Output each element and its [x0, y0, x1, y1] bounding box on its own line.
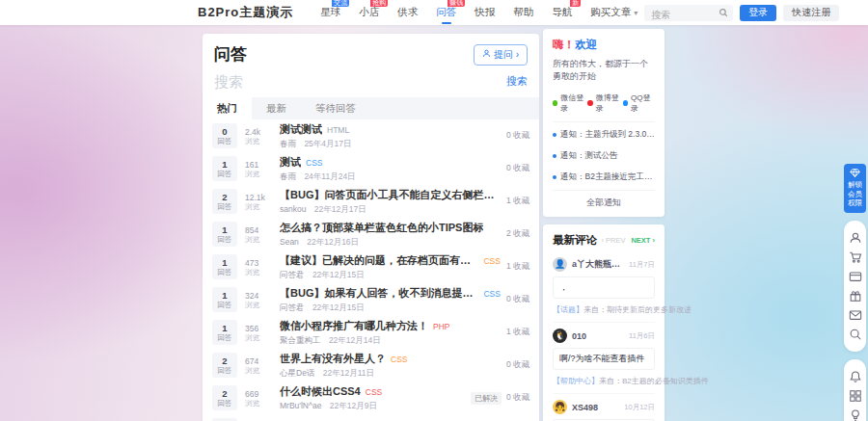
question-tag[interactable]: CSS: [306, 158, 322, 168]
notice-item-1[interactable]: 通知：测试公告: [553, 145, 655, 167]
question-body: 微信小程序推广有哪几种方法！ PHP 聚合重构工 22年12月14日: [280, 319, 501, 347]
bullet-icon: [553, 154, 556, 158]
comments-next-button[interactable]: NEXT ›: [631, 236, 655, 245]
commenter-name[interactable]: a丫大熊瓶盖ccc…: [572, 258, 625, 271]
gift-icon[interactable]: [849, 289, 862, 303]
question-meta: 心星De话 22年12月11日: [280, 368, 501, 380]
question-title[interactable]: 世界上有没有外星人？: [280, 352, 386, 366]
cart-icon[interactable]: [849, 250, 862, 264]
all-notices-link[interactable]: 全部通知: [553, 190, 655, 211]
question-row: 1 回答 235 浏览 怎么查看自已的提问？ CSS: [203, 414, 539, 421]
answer-count: 2: [222, 355, 227, 366]
site-logo[interactable]: B2Pro主题演示: [198, 4, 293, 21]
qa-search-button[interactable]: 搜索: [506, 74, 528, 89]
question-tag[interactable]: HTML: [327, 125, 349, 135]
comments-prev-button[interactable]: ‹ PREV: [601, 236, 625, 245]
avatar[interactable]: 👧: [553, 400, 567, 414]
search-icon[interactable]: [849, 328, 862, 341]
tab-2[interactable]: 等待回答: [301, 97, 370, 119]
question-author[interactable]: 心星De话: [280, 368, 314, 378]
nav-item-5[interactable]: 帮助: [513, 6, 533, 19]
notice-item-0[interactable]: 通知：主题升级到 2.3.0，并且已经改…: [553, 124, 655, 145]
qa-search-input[interactable]: [214, 73, 499, 90]
nav-item-label: 购买: [590, 6, 610, 17]
commenter-name[interactable]: 010: [572, 331, 625, 341]
question-title[interactable]: 测试: [280, 155, 301, 170]
comment-context-link[interactable]: 【话题】来自：期待更新后的更多新改进: [553, 305, 692, 314]
tab-0[interactable]: 热门: [203, 97, 252, 119]
question-author[interactable]: Sean: [280, 237, 299, 247]
top-navbar: B2Pro主题演示 星球交流小店抢购供求问答赚钱快报帮助导航新购买 文章 ▾ 登…: [0, 0, 868, 25]
question-title[interactable]: 怎么搞？顶部菜单栏蓝色红色的小TIPS图标: [280, 221, 483, 235]
nav-item-4[interactable]: 快报: [475, 6, 495, 19]
question-title[interactable]: 【BUG】如果有人回答，收不到消息提示！: [280, 286, 478, 301]
comment-context-link[interactable]: 【帮助中心】来自：B2主题的必备知识类插件: [553, 377, 709, 385]
avatar[interactable]: 👤: [553, 257, 567, 272]
comment-text[interactable]: ，: [553, 276, 655, 299]
nav-item-3[interactable]: 问答赚钱: [436, 6, 456, 19]
question-row: 1 回答 473 浏览 【建议】已解决的问题，在存档页面有标识 CSS 问答君 …: [203, 250, 539, 283]
nav-item-1[interactable]: 小店抢购: [359, 6, 379, 19]
question-author[interactable]: 春雨: [280, 139, 296, 148]
comment-text[interactable]: 啊/?为啥不能查看插件: [553, 348, 655, 370]
question-author[interactable]: 春雨: [280, 171, 296, 181]
question-title[interactable]: 微信小程序推广有哪几种方法！: [280, 319, 428, 333]
social-login-0[interactable]: 微信登录: [553, 92, 587, 114]
tab-1[interactable]: 最新: [252, 97, 301, 119]
avatar[interactable]: 🐧: [553, 329, 567, 343]
welcome-card: 嗨！欢迎 所有的伟大，都源于一个勇敢的开始 微信登录 微博登录 QQ登录 通知：…: [543, 29, 665, 217]
answer-count-badge: 2 回答: [212, 385, 237, 410]
nav-item-7[interactable]: 购买: [590, 6, 610, 19]
view-label: 浏览: [245, 202, 259, 211]
nav-item-6[interactable]: 导航新: [552, 6, 572, 19]
view-count-block: 669 浏览: [245, 389, 274, 408]
question-title[interactable]: 【建议】已解决的问题，在存档页面有标识: [280, 253, 478, 268]
fav-count: 0 收藏: [506, 359, 529, 371]
unlock-member-button[interactable]: 解锁会员权限: [844, 164, 866, 213]
toolbar-group-2: [844, 359, 866, 421]
mail-icon[interactable]: [849, 308, 862, 322]
notice-item-2[interactable]: 通知：B2主题接近完工，欢迎参观: [553, 167, 655, 188]
login-button[interactable]: 登录: [740, 5, 776, 21]
grid-icon[interactable]: [849, 389, 862, 403]
nav-item-0[interactable]: 星球交流: [320, 6, 340, 19]
qa-panel: 问答 提问 › 搜索 热门最新等待回答 0 回答 2.4k 浏览 测试测试 HT…: [203, 34, 539, 421]
commenter-name[interactable]: XS498: [572, 403, 620, 412]
comment-item-0: 👤 a丫大熊瓶盖ccc… 11月7日 ， 【话题】来自：期待更新后的更多新改进: [553, 251, 655, 322]
answer-count-badge: 2 回答: [212, 189, 237, 214]
bell-icon[interactable]: [849, 370, 862, 383]
greeting-hi: 嗨！: [553, 39, 575, 50]
question-author[interactable]: sankou: [280, 204, 306, 214]
member-label-line: 会员: [844, 190, 866, 199]
right-sidebar: 嗨！欢迎 所有的伟大，都源于一个勇敢的开始 微信登录 微博登录 QQ登录 通知：…: [543, 29, 665, 421]
card-icon[interactable]: [849, 270, 862, 283]
question-author[interactable]: MrBu'lN^ae: [280, 401, 321, 410]
question-tag[interactable]: CSS: [483, 256, 500, 266]
question-tag[interactable]: CSS: [366, 387, 382, 397]
question-tag[interactable]: CSS: [391, 355, 407, 364]
nav-item-label: 供求: [397, 6, 418, 17]
question-title[interactable]: 测试测试: [280, 122, 322, 137]
question-title[interactable]: 【BUG】问答页面小工具不能自定义右侧栏目。问答板块前台不现实，回答不提示。所…: [280, 188, 501, 202]
question-author[interactable]: 聚合重构工: [280, 335, 321, 345]
ask-question-button[interactable]: 提问 ›: [474, 44, 528, 66]
question-tag[interactable]: CSS: [483, 289, 500, 299]
question-author[interactable]: 问答君: [280, 303, 305, 312]
nav-item-2[interactable]: 供求: [397, 6, 418, 19]
question-date: 25年4月17日: [304, 139, 351, 148]
comment-time: 11月7日: [629, 260, 655, 270]
question-tag[interactable]: PHP: [433, 322, 449, 331]
social-dot-icon: [623, 100, 628, 106]
bulb-icon[interactable]: [849, 408, 862, 421]
category-dropdown[interactable]: 文章 ▾: [610, 6, 637, 19]
answer-count-badge: 1 回答: [212, 156, 237, 181]
question-author[interactable]: 问答君: [280, 270, 305, 279]
register-button[interactable]: 快速注册: [783, 5, 839, 21]
social-login-2[interactable]: QQ登录: [623, 92, 655, 114]
user-icon[interactable]: [849, 231, 862, 245]
answer-count: 0: [222, 126, 227, 137]
answer-label: 回答: [218, 366, 232, 375]
social-login-1[interactable]: 微博登录: [587, 92, 622, 114]
question-title[interactable]: 什么时候出CSS4: [280, 384, 361, 399]
comment-time: 10月12日: [624, 403, 655, 412]
